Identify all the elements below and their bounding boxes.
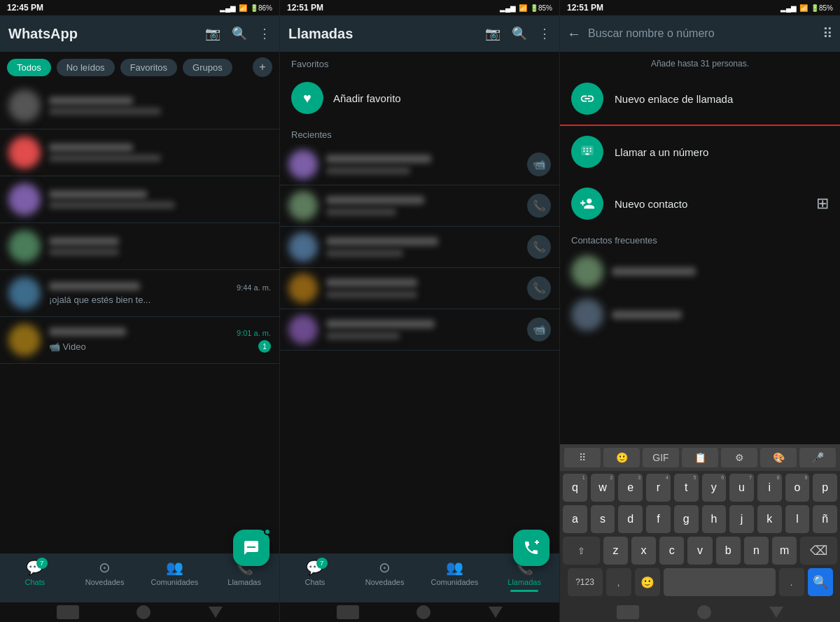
camera-icon-2[interactable]: 📷 — [485, 26, 500, 41]
keyboard-apps-btn[interactable]: ⠿ — [564, 448, 601, 467]
llamadas-header-icons: 📷 🔍 ⋮ — [485, 26, 551, 41]
filter-noleidos[interactable]: No leídos — [57, 59, 115, 76]
key-comma[interactable]: , — [606, 568, 631, 596]
key-num[interactable]: ?123 — [568, 568, 603, 596]
nuevo-enlace-item[interactable]: Nuevo enlace de llamada — [560, 73, 840, 126]
key-u[interactable]: u7 — [729, 474, 754, 502]
key-j[interactable]: j — [729, 505, 754, 533]
keyboard-top-row: ⠿ 🙂 GIF 📋 ⚙ 🎨 🎤 — [560, 444, 840, 471]
key-o[interactable]: o9 — [785, 474, 810, 502]
key-space[interactable] — [664, 568, 776, 596]
key-h[interactable]: h — [702, 505, 727, 533]
call-item[interactable]: 📞 — [280, 185, 559, 227]
voice-call-icon-2[interactable]: 📞 — [527, 235, 551, 259]
key-n-tilde[interactable]: ñ — [813, 505, 837, 533]
filter-add-btn[interactable]: + — [253, 57, 272, 77]
video-call-icon[interactable]: 📹 — [527, 153, 551, 176]
voice-call-icon[interactable]: 📞 — [527, 194, 551, 218]
camera-icon[interactable]: 📷 — [205, 26, 220, 41]
call-item[interactable]: 📹 — [280, 144, 559, 185]
keyboard-emoji-btn[interactable]: 🙂 — [603, 448, 640, 467]
new-call-fab[interactable] — [513, 530, 550, 566]
chat-item[interactable] — [0, 129, 279, 176]
key-r[interactable]: r4 — [646, 474, 671, 502]
key-e[interactable]: e3 — [618, 474, 643, 502]
filter-grupos[interactable]: Grupos — [183, 59, 232, 76]
chat-item[interactable]: 9:44 a. m. ¡ojalá que estés bien te... — [0, 270, 279, 317]
nav2-chats[interactable]: 💬 Chats 7 — [280, 559, 350, 586]
search-input[interactable] — [588, 27, 816, 40]
more-icon-2[interactable]: ⋮ — [538, 26, 551, 41]
contact-name-2 — [612, 311, 682, 319]
key-m[interactable]: m — [772, 537, 797, 565]
filter-todos[interactable]: Todos — [7, 59, 51, 76]
key-s[interactable]: s — [591, 505, 615, 533]
key-y[interactable]: y6 — [702, 474, 727, 502]
key-shift[interactable]: ⇧ — [563, 537, 600, 565]
filter-favoritos[interactable]: Favoritos — [120, 59, 177, 76]
keyboard-settings-btn[interactable]: ⚙ — [721, 448, 757, 467]
key-emoji[interactable]: 🙂 — [635, 568, 660, 596]
call-name — [326, 320, 435, 328]
back-button[interactable]: ← — [567, 26, 581, 42]
chat-item[interactable]: 9:01 a. m. 📹 Video 1 — [0, 317, 279, 364]
key-n[interactable]: n — [744, 537, 769, 565]
chat-item[interactable] — [0, 223, 279, 270]
llamar-icon — [571, 136, 603, 168]
key-i[interactable]: i8 — [757, 474, 782, 502]
key-v[interactable]: v — [687, 537, 712, 565]
keyboard-gif-btn[interactable]: GIF — [643, 448, 679, 467]
nav2-comunidades-label: Comunidades — [430, 578, 478, 586]
key-z[interactable]: z — [603, 537, 628, 565]
key-g[interactable]: g — [674, 505, 699, 533]
more-icon[interactable]: ⋮ — [258, 26, 271, 41]
keyboard-mic-btn[interactable]: 🎤 — [799, 448, 836, 467]
voice-call-icon-3[interactable]: 📞 — [527, 276, 551, 300]
key-backspace[interactable]: ⌫ — [800, 537, 837, 565]
nav-novedades[interactable]: ⊙ Novedades — [70, 559, 140, 586]
key-a[interactable]: a — [563, 505, 587, 533]
call-item[interactable]: 📞 — [280, 227, 559, 268]
key-d[interactable]: d — [618, 505, 643, 533]
call-item[interactable]: 📹 — [280, 309, 559, 351]
apps-grid-icon[interactable]: ⠿ — [822, 25, 833, 42]
key-x[interactable]: x — [631, 537, 656, 565]
back-btn-nav — [209, 607, 223, 618]
nav-chats[interactable]: 💬 Chats 7 — [0, 559, 70, 586]
keyboard: ⠿ 🙂 GIF 📋 ⚙ 🎨 🎤 q1 w2 e3 r4 t5 y6 u7 i8 … — [560, 444, 840, 602]
key-k[interactable]: k — [757, 505, 782, 533]
chat-time: 9:01 a. m. — [237, 329, 271, 337]
nav-bottom-line-2 — [280, 602, 559, 622]
search-icon[interactable]: 🔍 — [232, 26, 247, 41]
new-chat-fab[interactable] — [233, 530, 270, 566]
keyboard-theme-btn[interactable]: 🎨 — [760, 448, 797, 467]
key-b[interactable]: b — [716, 537, 741, 565]
nav-comunidades[interactable]: 👥 Comunidades — [140, 559, 210, 586]
key-l[interactable]: l — [785, 505, 810, 533]
key-search[interactable]: 🔍 — [808, 568, 833, 596]
chat-item[interactable] — [0, 176, 279, 223]
llamar-numero-item[interactable]: Llamar a un número — [560, 126, 840, 178]
key-period[interactable]: . — [779, 568, 804, 596]
status-bar-2: 12:51 PM ▂▄▆ 📶 🔋85% — [280, 0, 559, 15]
video-call-icon-2[interactable]: 📹 — [527, 318, 551, 341]
nav2-comunidades[interactable]: 👥 Comunidades — [420, 559, 490, 586]
chat-item[interactable] — [0, 83, 279, 129]
key-w[interactable]: w2 — [591, 474, 615, 502]
contact-item-2[interactable] — [560, 293, 840, 337]
key-q[interactable]: q1 — [563, 474, 587, 502]
key-p[interactable]: p — [813, 474, 837, 502]
novedades-nav-icon: ⊙ — [99, 559, 111, 576]
keyboard-clipboard-btn[interactable]: 📋 — [682, 448, 718, 467]
add-favorito-item[interactable]: ♥ Añadir favorito — [280, 73, 559, 122]
nuevo-contacto-item[interactable]: Nuevo contacto ⊞ — [560, 178, 840, 229]
qr-icon[interactable]: ⊞ — [816, 195, 829, 213]
call-detail — [326, 208, 396, 215]
call-item[interactable]: 📞 — [280, 268, 559, 309]
key-f[interactable]: f — [646, 505, 671, 533]
nav2-novedades[interactable]: ⊙ Novedades — [350, 559, 420, 586]
key-c[interactable]: c — [659, 537, 684, 565]
search-icon-2[interactable]: 🔍 — [512, 26, 527, 41]
key-t[interactable]: t5 — [674, 474, 699, 502]
contact-item[interactable] — [560, 250, 840, 293]
